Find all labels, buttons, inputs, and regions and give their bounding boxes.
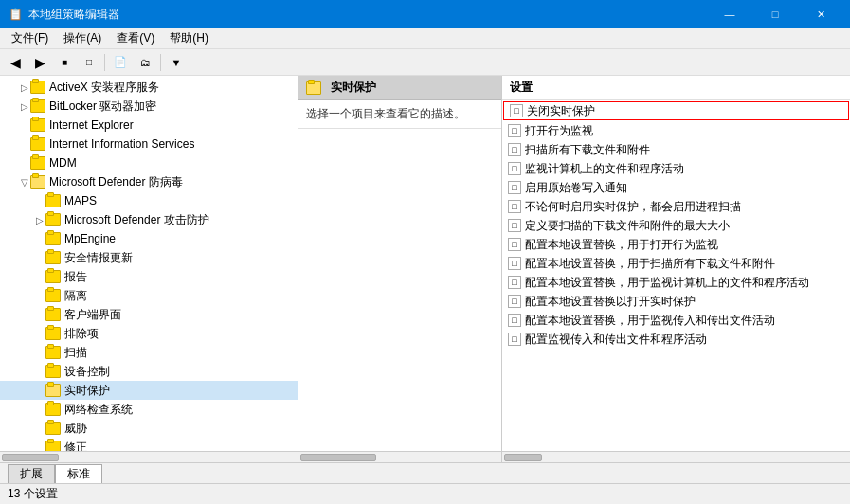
tree-item-reports[interactable]: 报告	[0, 267, 298, 286]
back-button[interactable]: ◀	[4, 52, 27, 73]
menu-bar: 文件(F) 操作(A) 查看(V) 帮助(H)	[0, 28, 850, 49]
setting-icon-0: □	[510, 104, 523, 117]
setting-label-3: 监视计算机上的文件和程序活动	[525, 161, 684, 177]
tree-item-client-ui[interactable]: 客户端界面	[0, 305, 298, 324]
setting-icon-12: □	[508, 333, 521, 346]
folder-icon-iis	[30, 137, 45, 151]
setting-item-11[interactable]: □ 配置本地设置替换，用于监视传入和传出文件活动	[502, 311, 850, 330]
tree-label-defender: Microsoft Defender 防病毒	[49, 174, 183, 190]
tree-item-maps[interactable]: MAPS	[0, 191, 298, 210]
folder-icon-maps	[45, 194, 61, 207]
forward-button[interactable]: ▶	[28, 52, 51, 73]
tab-expand[interactable]: 扩展	[8, 464, 55, 483]
scrollbar-thumb[interactable]	[2, 454, 59, 461]
tree-item-network-inspect[interactable]: 网络检查系统	[0, 400, 298, 419]
middle-folder-icon	[306, 81, 321, 95]
status-bar: 13 个设置	[0, 483, 850, 504]
setting-label-7: 配置本地设置替换，用于打开行为监视	[525, 237, 718, 253]
setting-label-0: 关闭实时保护	[527, 103, 595, 119]
tree-label-mdm: MDM	[49, 156, 77, 170]
toolbar-separator-2	[160, 54, 161, 71]
expand-arrow-defender: ▽	[19, 176, 30, 188]
middle-scrollbar-thumb[interactable]	[300, 454, 376, 461]
setting-label-1: 打开行为监视	[525, 123, 593, 139]
maximize-button[interactable]: □	[753, 0, 797, 28]
setting-icon-8: □	[508, 257, 521, 270]
folder-icon-attack	[45, 213, 61, 226]
filter-button[interactable]: ▼	[165, 52, 188, 73]
folder-icon-security-intel	[45, 251, 61, 264]
menu-action[interactable]: 操作(A)	[56, 28, 109, 48]
setting-icon-1: □	[508, 124, 521, 137]
tree-item-bitlocker[interactable]: ▷ BitLocker 驱动器加密	[0, 97, 298, 116]
setting-label-4: 启用原始卷写入通知	[525, 180, 627, 196]
tree-item-mdm[interactable]: MDM	[0, 153, 298, 172]
setting-icon-5: □	[508, 200, 521, 213]
setting-item-9[interactable]: □ 配置本地设置替换，用于监视计算机上的文件和程序活动	[502, 273, 850, 292]
tree-item-remediation[interactable]: 修正	[0, 438, 298, 451]
setting-label-6: 定义要扫描的下载文件和附件的最大大小	[525, 218, 730, 234]
right-panel: 设置 □ 关闭实时保护 □ 打开行为监视 □ 扫描所有下载文件和附件 □ 监视计…	[502, 76, 850, 462]
expand-arrow-mpengine	[34, 233, 45, 244]
setting-item-10[interactable]: □ 配置本地设置替换以打开实时保护	[502, 292, 850, 311]
right-panel-scrollbar[interactable]	[502, 451, 850, 462]
window-title: 本地组策略编辑器	[28, 7, 119, 23]
setting-item-5[interactable]: □ 不论何时启用实时保护，都会启用进程扫描	[502, 197, 850, 216]
folder-icon-ie	[30, 118, 45, 132]
menu-help[interactable]: 帮助(H)	[162, 28, 216, 48]
settings-list: □ 关闭实时保护 □ 打开行为监视 □ 扫描所有下载文件和附件 □ 监视计算机上…	[502, 100, 850, 451]
minimize-button[interactable]: —	[708, 0, 751, 28]
right-scrollbar-thumb[interactable]	[504, 454, 542, 461]
tree-item-realtime[interactable]: 实时保护	[0, 381, 298, 400]
tree-item-defender[interactable]: ▽ Microsoft Defender 防病毒	[0, 172, 298, 191]
setting-item-4[interactable]: □ 启用原始卷写入通知	[502, 178, 850, 197]
setting-item-7[interactable]: □ 配置本地设置替换，用于打开行为监视	[502, 235, 850, 254]
tree-item-device-control[interactable]: 设备控制	[0, 362, 298, 381]
status-text: 13 个设置	[8, 486, 58, 502]
setting-item-8[interactable]: □ 配置本地设置替换，用于扫描所有下载文件和附件	[502, 254, 850, 273]
tree-label-bitlocker: BitLocker 驱动器加密	[49, 99, 156, 115]
toolbar-btn-3[interactable]: ■	[53, 52, 76, 73]
setting-item-6[interactable]: □ 定义要扫描的下载文件和附件的最大大小	[502, 216, 850, 235]
middle-panel-scrollbar[interactable]	[298, 451, 501, 462]
expand-arrow-maps	[34, 195, 45, 207]
left-panel-scrollbar[interactable]	[0, 451, 298, 462]
close-button[interactable]: ✕	[799, 0, 842, 28]
tree-item-mpengine[interactable]: MpEngine	[0, 229, 298, 248]
expand-arrow-iis	[19, 138, 30, 150]
toolbar-btn-5[interactable]: 📄	[109, 52, 132, 73]
tree-item-exclusions[interactable]: 排除项	[0, 324, 298, 343]
toolbar-btn-6[interactable]: 🗂	[134, 52, 156, 73]
tab-standard[interactable]: 标准	[55, 464, 102, 483]
setting-icon-2: □	[508, 143, 521, 156]
tree-item-quarantine[interactable]: 隔离	[0, 286, 298, 305]
expand-arrow-activex: ▷	[19, 81, 30, 93]
folder-icon-mdm	[30, 156, 45, 170]
menu-view[interactable]: 查看(V)	[109, 28, 162, 48]
setting-icon-11: □	[508, 314, 521, 327]
setting-label-5: 不论何时启用实时保护，都会启用进程扫描	[525, 199, 741, 215]
tree-item-attack[interactable]: ▷ Microsoft Defender 攻击防护	[0, 210, 298, 229]
setting-item-0[interactable]: □ 关闭实时保护	[503, 101, 849, 120]
tree-item-activex[interactable]: ▷ ActiveX 安装程序服务	[0, 78, 298, 97]
tree-label-security-intel: 安全情报更新	[64, 250, 133, 266]
tree-item-scan[interactable]: 扫描	[0, 343, 298, 362]
setting-label-10: 配置本地设置替换以打开实时保护	[525, 294, 696, 310]
tree-item-ie[interactable]: Internet Explorer	[0, 116, 298, 135]
expand-arrow-ie	[19, 119, 30, 131]
tree-item-threats[interactable]: 威胁	[0, 419, 298, 438]
toolbar-btn-4[interactable]: □	[78, 52, 100, 73]
folder-icon-client-ui	[45, 308, 61, 321]
menu-file[interactable]: 文件(F)	[4, 28, 56, 48]
expand-arrow-bitlocker: ▷	[19, 100, 30, 112]
setting-item-2[interactable]: □ 扫描所有下载文件和附件	[502, 140, 850, 159]
tree-label-iis: Internet Information Services	[49, 137, 194, 151]
setting-item-1[interactable]: □ 打开行为监视	[502, 121, 850, 140]
folder-icon-mpengine	[45, 232, 61, 245]
folder-icon-scan	[45, 346, 61, 359]
setting-item-3[interactable]: □ 监视计算机上的文件和程序活动	[502, 159, 850, 178]
tree-item-iis[interactable]: Internet Information Services	[0, 135, 298, 153]
setting-item-12[interactable]: □ 配置监视传入和传出文件和程序活动	[502, 330, 850, 349]
tabs-area: 扩展 标准	[0, 462, 850, 483]
tree-item-security-intel[interactable]: 安全情报更新	[0, 248, 298, 267]
